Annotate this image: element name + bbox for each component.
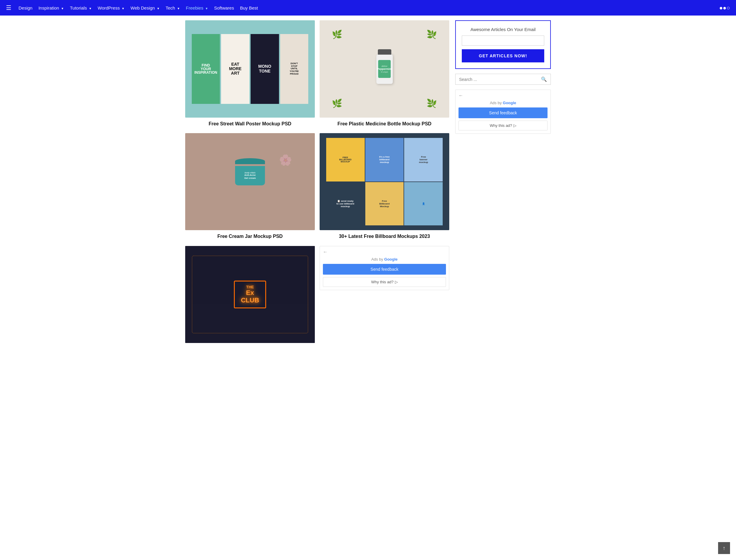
sidebar-search-input[interactable] (459, 77, 541, 82)
card-grid: FINDYOURINSPIRATION EATMOREART MONOTONE … (185, 20, 449, 346)
poster-sub-card-1: FINDYOURINSPIRATION (192, 34, 220, 104)
sidebar: Awesome Articles On Your Email GET ARTIC… (455, 20, 551, 346)
sidebar-search-box: 🔍 (455, 74, 551, 85)
bb-cell-4: 📋 send readyto use billboardmockup (326, 182, 365, 225)
info-icon-center: ▷ (395, 280, 398, 284)
leaf-icon-tr: 🌿 (427, 30, 437, 39)
ad-widget-center: ← Ads by Google Send feedback Why this a… (319, 246, 449, 290)
page-wrap: FINDYOURINSPIRATION EATMOREART MONOTONE … (183, 16, 553, 351)
card-billboard-image: FREEBILLBOARDMOCKUP It's a freebillboard… (319, 133, 449, 230)
card-billboard[interactable]: FREEBILLBOARDMOCKUP It's a freebillboard… (319, 133, 449, 240)
card-poster-image: FINDYOURINSPIRATION EATMOREART MONOTONE … (185, 20, 315, 118)
nav-item-inspiration[interactable]: Inspiration ▼ (36, 4, 66, 12)
ad-nav-arrow-sidebar[interactable]: ← (459, 93, 463, 98)
nav-item-freebies[interactable]: Freebies ▼ (183, 4, 210, 12)
ad-nav-arrow-center[interactable]: ← (323, 249, 328, 255)
sidebar-email-input[interactable] (462, 36, 544, 46)
bottle-label: detox Peppermint 60 softgels (378, 60, 391, 78)
card-cream-image: body vitals Anti-AcneGel cream 🌸 (185, 133, 315, 230)
bottle-cap (378, 49, 391, 55)
card-medicine-image: 🌿 🌿 detox Peppermint 60 softgels 🌿 🌿 (319, 20, 449, 118)
why-this-ad-button-sidebar[interactable]: Why this ad? ▷ (459, 121, 548, 130)
card-cream-title: Free Cream Jar Mockup PSD (185, 233, 315, 240)
sidebar-email-box: Awesome Articles On Your Email GET ARTIC… (455, 20, 551, 69)
bottle-shape: detox Peppermint 60 softgels (377, 54, 393, 84)
leaf-icon-br: 🌿 (427, 99, 437, 108)
card-poster-title: Free Street Wall Poster Mockup PSD (185, 121, 315, 127)
sidebar-email-title: Awesome Articles On Your Email (462, 27, 544, 32)
nav-item-tutorials[interactable]: Tutorials ▼ (67, 4, 94, 12)
card-poster[interactable]: FINDYOURINSPIRATION EATMOREART MONOTONE … (185, 20, 315, 127)
info-icon-sidebar: ▷ (514, 123, 517, 128)
get-articles-button[interactable]: GET ARTICLES NOW! (462, 49, 544, 62)
nav-logo[interactable]: Design (16, 4, 35, 12)
bb-cell-5: FreeBillboardMockup (365, 182, 404, 225)
main-content: FINDYOURINSPIRATION EATMOREART MONOTONE … (185, 20, 449, 346)
nav-item-softwares[interactable]: Softwares (212, 4, 236, 12)
hamburger-menu[interactable]: ☰ (6, 4, 11, 11)
send-feedback-button-sidebar[interactable]: Send feedback (459, 107, 548, 118)
ads-by-google-sidebar: Ads by Google (490, 101, 516, 105)
nav-item-webdesign[interactable]: Web Design ▼ (128, 4, 162, 12)
bb-cell-1: FREEBILLBOARDMOCKUP (326, 138, 365, 181)
card-billboard-title: 30+ Latest Free Billboard Mockups 2023 (319, 233, 449, 240)
ads-by-google-center: Ads by Google (371, 257, 398, 261)
card-cream[interactable]: body vitals Anti-AcneGel cream 🌸 Free Cr… (185, 133, 315, 240)
card-signage-image: THE Ex CLUB (185, 246, 315, 343)
card-ad-center: ← Ads by Google Send feedback Why this a… (319, 246, 449, 346)
bb-cell-6: 👤 (404, 182, 443, 225)
navigation: ☰ Design Inspiration ▼ Tutorials ▼ WordP… (0, 0, 736, 16)
bb-cell-2: It's a freebillboardmockup (365, 138, 404, 181)
send-feedback-button-center[interactable]: Send feedback (323, 264, 446, 275)
bb-cell-3: Freebannermockup (404, 138, 443, 181)
poster-sub-card-4: DON'TSTOPUNTILYOU'REPROUD (280, 34, 308, 104)
why-this-ad-button-center[interactable]: Why this ad? ▷ (323, 277, 446, 287)
card-signage[interactable]: THE Ex CLUB (185, 246, 315, 346)
nav-item-wordpress[interactable]: WordPress ▼ (95, 4, 127, 12)
ad-widget-sidebar: ← Ads by Google Send feedback Why this a… (455, 90, 551, 134)
poster-sub-card-2: EATMOREART (221, 34, 249, 104)
card-medicine[interactable]: 🌿 🌿 detox Peppermint 60 softgels 🌿 🌿 (319, 20, 449, 127)
leaf-icon-tl: 🌿 (332, 30, 342, 39)
nav-item-buybest[interactable]: Buy Best (237, 4, 260, 12)
leaf-icon-bl: 🌿 (332, 99, 342, 108)
nav-item-tech[interactable]: Tech ▼ (163, 4, 182, 12)
poster-sub-card-3: MONOTONE (250, 34, 279, 104)
sidebar-search-icon[interactable]: 🔍 (541, 76, 547, 82)
billboard-grid: FREEBILLBOARDMOCKUP It's a freebillboard… (326, 138, 443, 225)
card-medicine-title: Free Plastic Medicine Bottle Mockup PSD (319, 121, 449, 127)
search-icon[interactable]: ●●○ (719, 4, 730, 11)
